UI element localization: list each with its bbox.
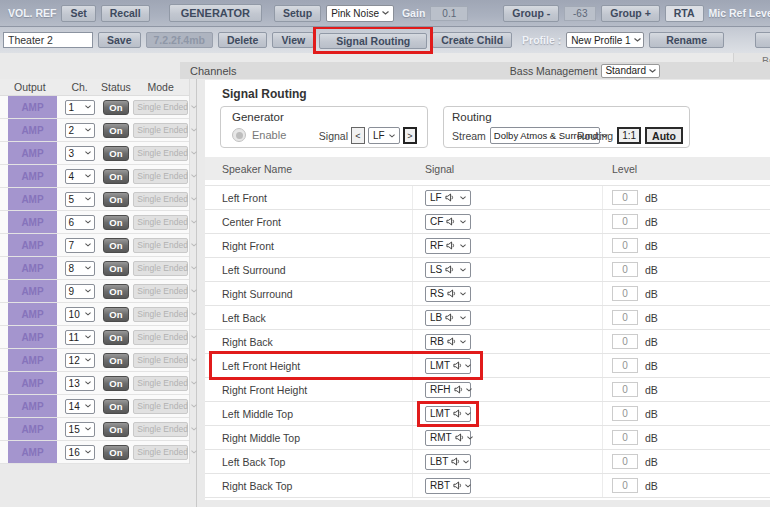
chevron-down-icon <box>85 243 91 247</box>
signal-prev-button[interactable]: < <box>351 127 365 144</box>
profile-select[interactable]: New Profile 1 <box>566 32 644 48</box>
vol-ref-set-button[interactable]: Set <box>61 5 95 22</box>
status-on-button[interactable]: On <box>103 215 129 230</box>
signal-next-button[interactable]: > <box>403 127 417 144</box>
group-level-input[interactable] <box>564 6 596 21</box>
rename-button[interactable]: Rename <box>649 32 724 48</box>
status-on-button[interactable]: On <box>103 238 129 253</box>
signal-select[interactable]: LMT <box>425 358 471 374</box>
status-on-button[interactable]: On <box>103 284 129 299</box>
channel-number-select[interactable]: 15 <box>65 422 95 437</box>
speaker-icon <box>446 217 455 226</box>
status-on-button[interactable]: On <box>103 376 129 391</box>
channel-number-select[interactable]: 4 <box>65 169 95 184</box>
level-column-header: Level <box>603 163 637 175</box>
delete-button[interactable]: Delete <box>218 32 268 48</box>
theater-name-input[interactable] <box>3 32 93 48</box>
signal-select[interactable]: RF <box>425 238 471 254</box>
level-input[interactable] <box>612 478 638 493</box>
save-button[interactable]: Save <box>98 32 141 48</box>
profile-label: Profile : <box>522 34 561 46</box>
signal-select[interactable]: LBT <box>425 454 471 470</box>
level-input[interactable] <box>612 214 638 229</box>
channel-number-select[interactable]: 8 <box>65 261 95 276</box>
channel-number-select[interactable]: 14 <box>65 399 95 414</box>
status-on-button[interactable]: On <box>103 123 129 138</box>
generator-button[interactable]: GENERATOR <box>169 4 262 22</box>
status-on-button[interactable]: On <box>103 353 129 368</box>
status-on-button[interactable]: On <box>103 330 129 345</box>
signal-select[interactable]: RMT <box>425 430 471 446</box>
generator-signal-select[interactable]: LF <box>368 127 400 144</box>
status-on-button[interactable]: On <box>103 261 129 276</box>
generator-setup-button[interactable]: Setup <box>274 5 321 22</box>
channel-number-select[interactable]: 12 <box>65 353 95 368</box>
bass-management-select[interactable]: Standard <box>601 64 660 78</box>
signal-select[interactable]: LS <box>425 262 471 278</box>
channel-number-select[interactable]: 2 <box>65 123 95 138</box>
mode-select: Single Ended <box>133 215 188 230</box>
level-input[interactable] <box>612 358 638 373</box>
channel-number-select[interactable]: 9 <box>65 284 95 299</box>
status-on-button[interactable]: On <box>103 399 129 414</box>
group-minus-button[interactable]: Group - <box>503 5 559 22</box>
channel-number-select[interactable]: 1 <box>65 100 95 115</box>
channel-number-select[interactable]: 3 <box>65 146 95 161</box>
channel-number-select[interactable]: 13 <box>65 376 95 391</box>
db-unit-label: dB <box>645 408 658 420</box>
level-input[interactable] <box>612 406 638 421</box>
channel-number-select[interactable]: 10 <box>65 307 95 322</box>
signal-select[interactable]: LF <box>425 190 471 206</box>
speaker-row: Center Front CF dB <box>205 210 770 234</box>
create-child-button[interactable]: Create Child <box>432 32 512 48</box>
level-input[interactable] <box>612 430 638 445</box>
chevron-down-icon <box>460 196 466 200</box>
amp-output-badge: AMP <box>8 234 57 256</box>
signal-select[interactable]: RB <box>425 334 471 350</box>
status-on-button[interactable]: On <box>103 192 129 207</box>
status-on-button[interactable]: On <box>103 169 129 184</box>
db-unit-label: dB <box>645 312 658 324</box>
gain-input[interactable] <box>430 6 468 21</box>
view-button[interactable]: View <box>272 32 314 48</box>
signal-select[interactable]: LB <box>425 310 471 326</box>
signal-select[interactable]: CF <box>425 214 471 230</box>
level-input[interactable] <box>612 454 638 469</box>
edge-partial-button[interactable] <box>755 32 770 48</box>
signal-routing-button[interactable]: Signal Routing <box>319 33 427 49</box>
signal-select[interactable]: RS <box>425 286 471 302</box>
level-input[interactable] <box>612 334 638 349</box>
status-on-button[interactable]: On <box>103 146 129 161</box>
routing-auto-button[interactable]: Auto <box>645 127 683 144</box>
group-plus-button[interactable]: Group + <box>601 5 660 22</box>
channel-number-select[interactable]: 16 <box>65 445 95 460</box>
routing-ratio-button[interactable]: 1:1 <box>617 127 641 144</box>
level-input[interactable] <box>612 310 638 325</box>
signal-select[interactable]: RFH <box>425 382 471 398</box>
db-unit-label: dB <box>645 360 658 372</box>
chevron-down-icon <box>85 105 91 109</box>
status-on-button[interactable]: On <box>103 100 129 115</box>
status-on-button[interactable]: On <box>103 307 129 322</box>
level-input[interactable] <box>612 262 638 277</box>
status-column-header: Status <box>99 81 132 93</box>
status-on-button[interactable]: On <box>103 445 129 460</box>
level-input[interactable] <box>612 190 638 205</box>
amp-channel-row: AMP 2 On Single Ended <box>0 119 189 142</box>
rta-button[interactable]: RTA <box>665 5 704 22</box>
level-input[interactable] <box>612 238 638 253</box>
speaker-row: Left Front Height LMT dB <box>205 354 770 378</box>
generator-enable-toggle[interactable] <box>232 128 246 142</box>
signal-select[interactable]: RBT <box>425 478 471 494</box>
channel-number-select[interactable]: 11 <box>65 330 95 345</box>
signal-select[interactable]: LMT <box>425 406 471 422</box>
db-unit-label: dB <box>645 456 658 468</box>
channel-number-select[interactable]: 6 <box>65 215 95 230</box>
level-input[interactable] <box>612 382 638 397</box>
level-input[interactable] <box>612 286 638 301</box>
status-on-button[interactable]: On <box>103 422 129 437</box>
vol-ref-recall-button[interactable]: Recall <box>101 5 150 22</box>
channel-number-select[interactable]: 7 <box>65 238 95 253</box>
noise-source-select[interactable]: Pink Noise <box>326 5 394 22</box>
channel-number-select[interactable]: 5 <box>65 192 95 207</box>
